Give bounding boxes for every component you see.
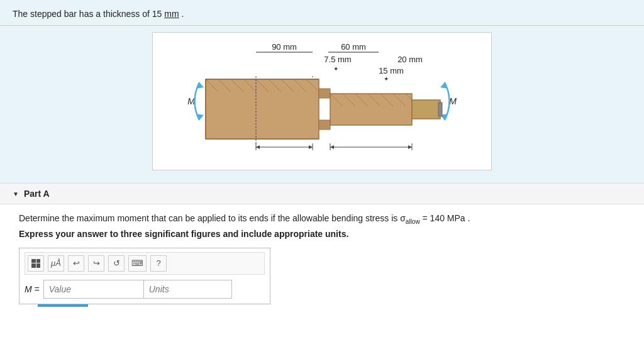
dim-20mm-label: 20 mm [397,55,423,64]
help-icon: ? [156,258,160,268]
units-input[interactable] [144,280,232,299]
svg-marker-25 [330,145,334,149]
diagram-container: 90 mm 60 mm 7.5 mm 20 mm 15 mm M M [0,26,644,183]
svg-rect-10 [319,89,330,98]
svg-rect-14 [438,102,442,116]
grid-icon [31,259,40,268]
dim-15mm-label: 15 mm [379,66,404,75]
refresh-icon: ↺ [113,258,120,268]
undo-button[interactable]: ↩ [68,255,84,272]
mu-button[interactable]: μÅ [48,255,64,272]
keyboard-icon: ⌨ [131,258,143,268]
answer-toolbar: μÅ ↩ ↪ ↺ ⌨ ? [25,252,265,275]
part-a-label: Part A [24,189,50,199]
svg-marker-20 [256,145,260,149]
svg-marker-21 [309,145,313,149]
dim-indicator-2: ✦ [384,75,389,82]
help-button[interactable]: ? [150,255,167,272]
value-input[interactable] [43,280,144,299]
keyboard-button[interactable]: ⌨ [128,255,147,272]
svg-marker-26 [408,145,412,149]
svg-rect-13 [412,100,440,119]
m-equals-label: M = [25,284,40,294]
undo-icon: ↩ [73,258,80,268]
redo-icon: ↪ [93,258,100,268]
bottom-bar [38,304,88,307]
problem-section: The stepped bar has a thickness of 15 mm… [0,0,644,26]
mu-icon: μÅ [51,258,61,268]
dim-indicator-1: ✦ [333,65,338,72]
collapse-triangle[interactable]: ▼ [13,191,19,197]
answer-box: μÅ ↩ ↪ ↺ ⌨ ? M = [19,248,270,304]
question-instruction: Express your answer to three significant… [19,229,625,239]
svg-rect-12 [330,94,412,125]
part-a-header: ▼ Part A [0,183,644,204]
input-row: M = [25,280,265,299]
dim-90mm-label: 90 mm [272,42,297,52]
svg-rect-11 [319,120,330,130]
question-area: Determine the maximum moment that can be… [0,204,644,317]
dim-7-5mm-label: 7.5 mm [324,55,351,64]
dim-60mm-label: 60 mm [341,42,366,52]
redo-button[interactable]: ↪ [88,255,104,272]
refresh-button[interactable]: ↺ [108,255,125,272]
question-text: Determine the maximum moment that can be… [19,213,625,225]
diagram-box: 90 mm 60 mm 7.5 mm 20 mm 15 mm M M [152,32,492,170]
diagram-svg: 90 mm 60 mm 7.5 mm 20 mm 15 mm M M [158,38,486,164]
svg-rect-6 [206,79,319,139]
problem-text: The stepped bar has a thickness of 15 mm… [13,9,631,19]
m-label-right: M [449,96,457,106]
grid-button[interactable] [28,255,44,272]
